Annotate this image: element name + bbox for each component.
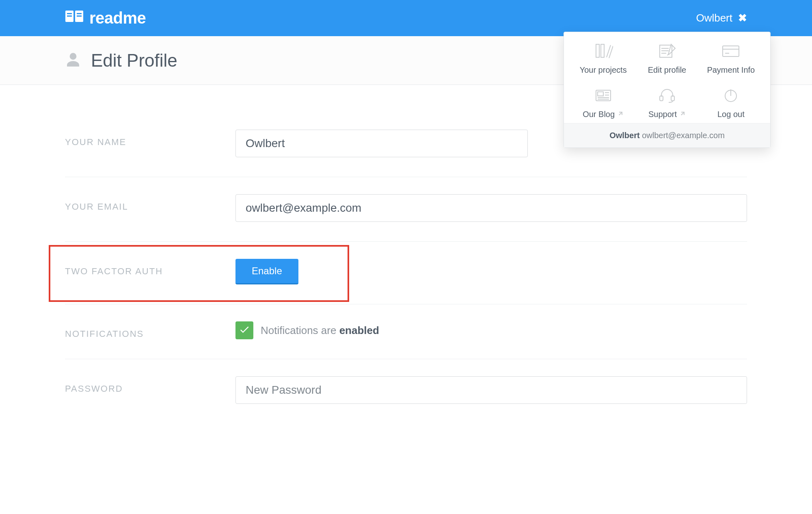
check-icon (239, 324, 250, 337)
dropdown-label: Edit profile (648, 65, 687, 75)
row-notifications: NOTIFICATIONS Notifications are enabled (65, 304, 747, 359)
email-input[interactable] (235, 194, 747, 222)
svg-rect-14 (723, 46, 739, 56)
svg-rect-18 (598, 92, 603, 96)
dropdown-label: Support (648, 110, 686, 119)
row-two-factor-auth: TWO FACTOR AUTH Enable (65, 242, 747, 304)
password-input[interactable] (235, 376, 747, 404)
dropdown-item-your-projects[interactable]: Your projects (571, 42, 635, 75)
label-notifications: NOTIFICATIONS (65, 321, 235, 339)
dropdown-label: Our Blog (583, 110, 624, 119)
notifications-status-text: Notifications are enabled (261, 324, 379, 337)
user-icon (65, 52, 81, 69)
dropdown-item-log-out[interactable]: Log out (699, 86, 763, 119)
dropdown-label: Your projects (580, 65, 627, 75)
name-input[interactable] (235, 130, 528, 157)
row-password: PASSWORD (65, 359, 747, 423)
topbar: readme Owlbert ✖ Your projects (0, 0, 812, 36)
dropdown-footer: Owlbert owlbert@example.com (564, 123, 770, 147)
svg-rect-4 (77, 13, 82, 14)
user-menu-trigger[interactable]: Owlbert ✖ (696, 0, 747, 36)
svg-rect-2 (67, 13, 72, 14)
label-password: PASSWORD (65, 376, 235, 394)
dropdown-footer-email: owlbert@example.com (642, 131, 725, 140)
dropdown-label: Log out (717, 110, 745, 119)
power-icon (721, 86, 741, 104)
dropdown-label: Payment Info (707, 65, 755, 75)
label-two-factor: TWO FACTOR AUTH (65, 259, 235, 277)
brand-name: readme (89, 9, 146, 27)
newspaper-icon (593, 86, 613, 104)
headset-icon (657, 86, 677, 104)
label-your-email: YOUR EMAIL (65, 194, 235, 212)
svg-rect-5 (77, 15, 82, 17)
brand-logo[interactable]: readme (65, 9, 146, 27)
dropdown-footer-name: Owlbert (609, 131, 639, 140)
enable-tfa-button[interactable]: Enable (235, 259, 298, 284)
dropdown-item-our-blog[interactable]: Our Blog (571, 86, 635, 119)
close-icon[interactable]: ✖ (738, 12, 747, 24)
dropdown-item-payment-info[interactable]: Payment Info (699, 42, 763, 75)
dropdown-item-edit-profile[interactable]: Edit profile (635, 42, 699, 75)
user-dropdown: Your projects Edit profile (564, 32, 771, 148)
svg-rect-7 (601, 44, 604, 57)
row-your-email: YOUR EMAIL (65, 177, 747, 242)
page-title: Edit Profile (91, 50, 177, 71)
external-link-icon (679, 110, 686, 119)
notifications-checkbox[interactable] (235, 321, 253, 339)
credit-card-icon (721, 42, 741, 60)
svg-rect-3 (67, 15, 72, 17)
book-icon (65, 9, 84, 27)
svg-rect-6 (596, 44, 599, 57)
projects-icon (593, 42, 613, 60)
edit-profile-icon (657, 42, 677, 60)
external-link-icon (617, 110, 624, 119)
dropdown-item-support[interactable]: Support (635, 86, 699, 119)
label-your-name: YOUR NAME (65, 130, 235, 147)
user-menu-username: Owlbert (696, 12, 732, 24)
